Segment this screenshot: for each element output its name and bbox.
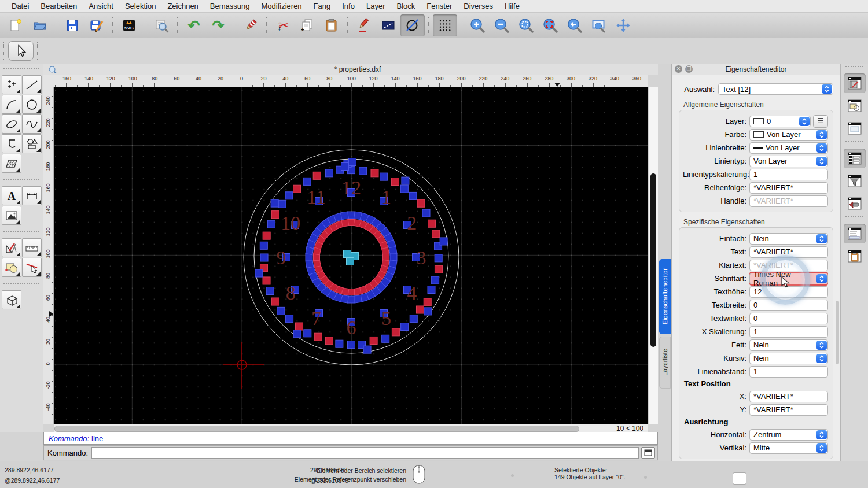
arc-tool-button[interactable]	[2, 95, 21, 114]
line-swatch-icon	[753, 147, 763, 149]
save-button[interactable]	[60, 14, 84, 36]
vertical-scrollbar-thumb[interactable]	[650, 173, 656, 347]
specific-y-field[interactable]: *VARIIERT*	[749, 404, 828, 416]
document-titlebar[interactable]: * properties.dxf	[43, 64, 658, 75]
panel-preview-toggle-button[interactable]	[844, 119, 866, 138]
export-svg-button[interactable]: SVG	[117, 14, 141, 36]
menu-bearbeiten[interactable]: Bearbeiten	[35, 0, 83, 13]
open-file-button[interactable]	[28, 14, 52, 36]
horizontal-scrollbar-thumb[interactable]	[54, 426, 579, 432]
panel-command-toggle-button[interactable]	[844, 224, 866, 243]
polygon-tool-button[interactable]	[22, 134, 42, 153]
general-linientyp-dropdown[interactable]: Von Layer	[749, 156, 828, 167]
points-tool-button[interactable]	[2, 75, 21, 94]
attributes-button[interactable]	[376, 14, 400, 36]
redo-button[interactable]: ↷	[206, 14, 230, 36]
dock-tab-layerliste[interactable]: Layerliste	[659, 337, 671, 389]
dimension-tool-button[interactable]	[22, 186, 42, 205]
detach-icon[interactable]: ❐	[685, 65, 693, 73]
panel-blocks-toggle-button[interactable]	[844, 96, 866, 116]
boolean-ops-tool-button[interactable]	[2, 258, 21, 277]
menu-layer[interactable]: Layer	[361, 0, 391, 13]
menu-selektion[interactable]: Selektion	[119, 0, 161, 13]
general-layer-dropdown[interactable]: 0	[749, 116, 811, 127]
horizontal-scrollbar[interactable]: 10 < 100	[54, 424, 648, 432]
panel-clipboard-toggle-button[interactable]	[844, 246, 866, 266]
circle-line-button[interactable]	[400, 14, 425, 36]
zoom-window-button[interactable]	[538, 14, 562, 36]
cut-button[interactable]: ✂+	[271, 14, 295, 36]
polyline-tool-button[interactable]	[2, 134, 21, 153]
pan-button[interactable]	[611, 14, 635, 36]
menu-hilfe[interactable]: Hilfe	[499, 0, 525, 13]
panel-beamer-toggle-button[interactable]	[844, 194, 866, 213]
line-tool-button[interactable]	[22, 75, 42, 94]
value: 0	[753, 301, 757, 309]
zoom-out-button[interactable]	[490, 14, 514, 36]
specific-label: X:	[683, 392, 746, 401]
ellipse-tool-button[interactable]	[2, 114, 21, 134]
text-tool-button[interactable]: A	[2, 186, 21, 205]
measure-tool-button[interactable]	[22, 238, 42, 257]
cad-tools-tool-button[interactable]	[2, 238, 21, 257]
edit-pen-button[interactable]	[352, 14, 376, 36]
vertical-scrollbar[interactable]	[648, 87, 658, 424]
panel-filter-toggle-button[interactable]	[844, 171, 866, 191]
zoom-in-button[interactable]	[465, 14, 490, 36]
panel-properties-toggle-button[interactable]	[844, 149, 866, 168]
menu-bemassung[interactable]: Bemassung	[204, 0, 256, 13]
redo-icon: ↷	[212, 18, 225, 33]
hatch-tool-button[interactable]	[2, 154, 21, 173]
menu-modifizieren[interactable]: Modifizieren	[256, 0, 308, 13]
grid-button[interactable]	[433, 14, 457, 36]
close-icon[interactable]: ✕	[675, 65, 682, 73]
menu-info[interactable]: Info	[336, 0, 361, 13]
save-as-button[interactable]	[84, 14, 109, 36]
general-handle-field[interactable]: *VARIIERT*	[749, 195, 828, 207]
box-3d-tool-button[interactable]	[2, 290, 21, 309]
specific-linienabstand-field[interactable]: 1	[749, 366, 828, 378]
spline-tool-button[interactable]	[22, 114, 42, 134]
specific-xskalierung-field[interactable]: 1	[749, 326, 828, 338]
menu-diverses[interactable]: Diverses	[458, 0, 499, 13]
general-farbe-dropdown[interactable]: Von Layer	[749, 129, 828, 141]
specific-textwinkel-field[interactable]: 0	[749, 313, 828, 324]
circle-tool-button[interactable]	[22, 95, 42, 114]
drawing-canvas[interactable]: 121234567891011	[54, 87, 648, 424]
general-linientypskalierung-field[interactable]: 1	[749, 169, 828, 180]
menu-ansicht[interactable]: Ansicht	[83, 0, 119, 13]
menu-datei[interactable]: Datei	[6, 0, 35, 13]
general-reihenfolge-field[interactable]: *VARIIERT*	[749, 182, 828, 194]
command-window-button[interactable]	[641, 447, 655, 459]
ruler-label: -40	[194, 76, 201, 82]
menu-block[interactable]: Block	[391, 0, 421, 13]
menu-fenster[interactable]: Fenster	[421, 0, 458, 13]
print-preview-button[interactable]	[149, 14, 174, 36]
select-tool-button[interactable]	[8, 41, 34, 61]
undo-button[interactable]: ↶	[182, 14, 206, 36]
selection-dropdown[interactable]: Text [12]	[718, 83, 833, 95]
delete-button[interactable]	[238, 14, 263, 36]
image-tool-button[interactable]	[2, 206, 21, 225]
command-input[interactable]	[91, 447, 639, 459]
panel-library-toggle-button[interactable]	[844, 73, 866, 93]
panel-scrollbar-thumb[interactable]	[836, 301, 839, 364]
specific-horizontal-dropdown[interactable]: Zentrum	[749, 429, 828, 441]
new-document-button[interactable]	[3, 14, 28, 36]
dock-tab-eigenschafteneditor[interactable]: Eigenschafteneditor	[659, 259, 671, 334]
menu-fang[interactable]: Fang	[308, 0, 337, 13]
specific-x-field[interactable]: *VARIIERT*	[749, 391, 828, 402]
paste-button[interactable]	[319, 14, 344, 36]
layer-menu-button[interactable]: ☰	[813, 115, 828, 128]
zoom-auto-button[interactable]	[514, 14, 538, 36]
zoom-pan-button[interactable]	[587, 14, 611, 36]
zoom-previous-button[interactable]	[562, 14, 587, 36]
general-linienbreite-dropdown[interactable]: Von Layer	[749, 142, 828, 154]
copy-button[interactable]: +	[295, 14, 319, 36]
specific-fett-dropdown[interactable]: Nein	[749, 339, 828, 351]
menu-zeichnen[interactable]: Zeichnen	[161, 0, 204, 13]
specific-kursiv-dropdown[interactable]: Nein	[749, 353, 828, 364]
deselect-tool-button[interactable]	[22, 258, 42, 277]
specific-vertikal-dropdown[interactable]: Mitte	[749, 442, 828, 454]
specific-einfach-dropdown[interactable]: Nein	[749, 233, 828, 245]
